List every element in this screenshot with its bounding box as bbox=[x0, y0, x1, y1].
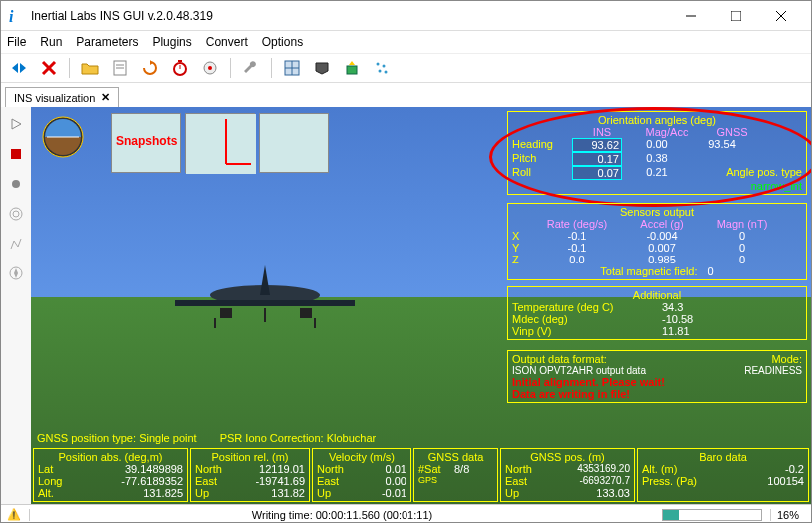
baro-panel: Baro data Alt. (m)-0.2 Press. (Pa)100154 bbox=[637, 448, 809, 502]
menu-options[interactable]: Options bbox=[262, 35, 303, 49]
connect-button[interactable] bbox=[9, 58, 29, 78]
wrench-icon bbox=[243, 60, 259, 76]
long-value: -77.6189352 bbox=[74, 475, 183, 487]
record-icon bbox=[10, 178, 22, 190]
path-icon bbox=[9, 237, 23, 251]
scatter-button[interactable] bbox=[372, 58, 392, 78]
radar-button[interactable] bbox=[7, 205, 25, 223]
stopwatch-icon bbox=[172, 60, 188, 76]
z-label: Z bbox=[512, 254, 532, 265]
long-label: Long bbox=[38, 475, 74, 487]
heading-magacc: 0.00 bbox=[622, 138, 692, 152]
up-label: Up bbox=[195, 487, 235, 499]
baro-alt-label: Alt. (m) bbox=[642, 463, 712, 475]
tab-ins-visualization[interactable]: INS visualization ✕ bbox=[5, 87, 119, 107]
compass-icon bbox=[9, 266, 23, 280]
svg-point-23 bbox=[12, 180, 20, 188]
maximize-icon bbox=[731, 11, 741, 21]
sat-label: #Sat bbox=[418, 463, 454, 475]
notepad-button[interactable] bbox=[110, 58, 130, 78]
gnss-up-label: Up bbox=[505, 487, 545, 499]
minimize-button[interactable] bbox=[668, 2, 713, 30]
compass-button[interactable] bbox=[7, 264, 25, 282]
heading-ins: 93.62 bbox=[572, 138, 622, 152]
progress-percent: 16% bbox=[770, 509, 805, 521]
path-button[interactable] bbox=[7, 235, 25, 253]
col-magacc: Mag/Acc bbox=[632, 126, 702, 138]
output-format-label: Output data format: bbox=[512, 353, 642, 365]
east-value: -19741.69 bbox=[235, 475, 305, 487]
separator bbox=[69, 58, 70, 78]
east-label: East bbox=[195, 475, 235, 487]
menu-parameters[interactable]: Parameters bbox=[76, 35, 138, 49]
gnss-data-panel: GNSS data #Sat8/8 GPS bbox=[413, 448, 498, 502]
table-button[interactable] bbox=[282, 58, 302, 78]
left-sidebar bbox=[1, 107, 31, 504]
vel-east: 0.00 bbox=[357, 475, 406, 487]
close-button[interactable] bbox=[758, 2, 803, 30]
gnss-east: -6693270.7 bbox=[545, 475, 630, 487]
tab-close-icon[interactable]: ✕ bbox=[101, 91, 110, 104]
snapshot-2-chart bbox=[186, 114, 256, 174]
record-button[interactable] bbox=[7, 175, 25, 193]
alt-value: 131.825 bbox=[74, 487, 183, 499]
disk-button[interactable] bbox=[312, 58, 332, 78]
separator bbox=[271, 58, 272, 78]
svg-rect-17 bbox=[347, 66, 357, 74]
col-accel: Accel (g) bbox=[622, 218, 702, 230]
disconnect-button[interactable] bbox=[39, 58, 59, 78]
menu-run[interactable]: Run bbox=[40, 35, 62, 49]
total-mag: 0 bbox=[708, 265, 714, 277]
menu-file[interactable]: File bbox=[7, 35, 26, 49]
timer-button[interactable] bbox=[170, 58, 190, 78]
mdec-label: Mdec (deg) bbox=[512, 313, 662, 325]
3d-view[interactable]: Snapshots Orientation angles (deg) INS bbox=[31, 107, 811, 504]
vel-north-label: North bbox=[317, 463, 357, 475]
x-icon bbox=[41, 60, 57, 76]
y-magn: 0 bbox=[702, 242, 782, 254]
stop-button[interactable] bbox=[7, 145, 25, 163]
sat-value: 8/8 bbox=[454, 463, 469, 475]
msg-writing: Data are writing in file! bbox=[512, 388, 802, 400]
output-panel: Output data format: Mode: ISON OPVT2AHR … bbox=[507, 350, 807, 403]
gps-label: GPS bbox=[418, 475, 437, 485]
snapshot-3[interactable] bbox=[259, 113, 329, 173]
mdec-value: -10.58 bbox=[662, 313, 693, 325]
menu-convert[interactable]: Convert bbox=[206, 35, 248, 49]
snapshot-panels: Snapshots bbox=[111, 113, 329, 173]
heading-gnss: 93.54 bbox=[692, 138, 752, 152]
pitch-ins: 0.17 bbox=[572, 152, 622, 166]
pitch-label: Pitch bbox=[512, 152, 572, 166]
maximize-button[interactable] bbox=[713, 2, 758, 30]
settings-button[interactable] bbox=[241, 58, 261, 78]
col-magn: Magn (nT) bbox=[702, 218, 782, 230]
snapshot-1[interactable]: Snapshots bbox=[111, 113, 181, 173]
refresh-button[interactable] bbox=[140, 58, 160, 78]
col-gnss: GNSS bbox=[702, 126, 762, 138]
orientation-panel: Orientation angles (deg) INS Mag/Acc GNS… bbox=[507, 111, 807, 195]
svg-point-20 bbox=[379, 70, 382, 73]
scatter-icon bbox=[374, 60, 390, 76]
play-button[interactable] bbox=[7, 115, 25, 133]
gnss-line: GNSS position type: Single point PSR Ion… bbox=[37, 432, 376, 444]
folder-icon bbox=[81, 61, 99, 75]
pos-rel-panel: Position rel. (m) North12119.01 East-197… bbox=[190, 448, 310, 502]
lat-value: 39.1489898 bbox=[74, 463, 183, 475]
roll-ins: 0.07 bbox=[572, 166, 622, 180]
gnss-pos-panel: GNSS pos. (m) North4353169.20 East-66932… bbox=[500, 448, 635, 502]
x-rate: -0.1 bbox=[532, 230, 622, 242]
velocity-title: Velocity (m/s) bbox=[317, 451, 406, 463]
vel-up: -0.01 bbox=[357, 487, 406, 499]
calibrate-button[interactable] bbox=[200, 58, 220, 78]
baro-press-label: Press. (Pa) bbox=[642, 475, 712, 487]
lat-label: Lat bbox=[38, 463, 74, 475]
menu-plugins[interactable]: Plugins bbox=[152, 35, 191, 49]
open-file-button[interactable] bbox=[80, 58, 100, 78]
output-format: ISON OPVT2AHR output data bbox=[512, 365, 744, 376]
y-accel: 0.007 bbox=[622, 242, 702, 254]
export-button[interactable] bbox=[342, 58, 362, 78]
orientation-title: Orientation angles (deg) bbox=[512, 114, 802, 126]
vinp-label: Vinp (V) bbox=[512, 325, 662, 337]
snapshot-2[interactable] bbox=[185, 113, 255, 173]
bottom-panels: Position abs. (deg,m) Lat39.1489898 Long… bbox=[33, 448, 809, 502]
